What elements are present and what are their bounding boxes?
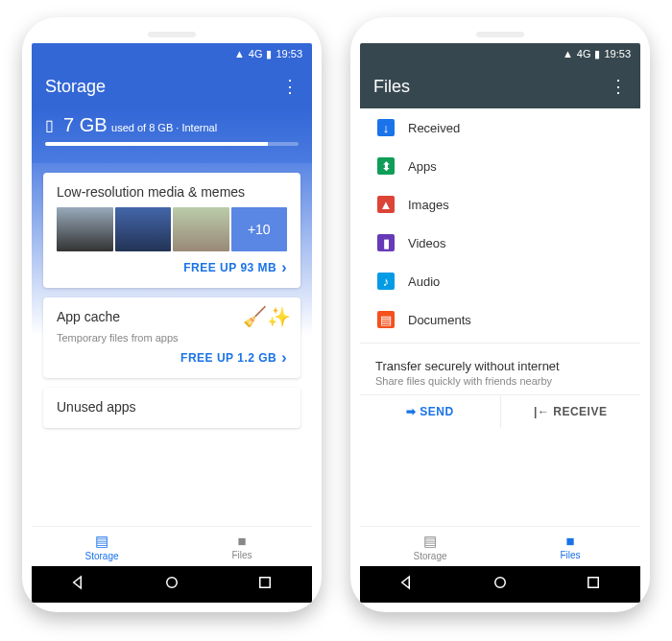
- send-button[interactable]: ➡ SEND: [360, 395, 501, 428]
- tab-files[interactable]: ■ Files: [172, 527, 312, 566]
- app-bar: Storage ⋮: [32, 64, 312, 108]
- videos-icon: ▮: [377, 234, 395, 251]
- category-audio[interactable]: ♪ Audio: [360, 262, 640, 300]
- category-apps[interactable]: ⬍ Apps: [360, 147, 640, 185]
- category-documents[interactable]: ▤ Documents: [360, 300, 640, 339]
- send-icon: ➡: [406, 405, 417, 418]
- network-label: 4G: [577, 48, 591, 59]
- app-bar: Files ⋮: [360, 64, 640, 108]
- storage-icon: ▤: [95, 533, 108, 550]
- category-label: Videos: [408, 236, 446, 250]
- clock: 19:53: [276, 48, 302, 59]
- thumbnail[interactable]: [173, 207, 229, 251]
- usage-amount: 7 GB: [63, 114, 108, 135]
- documents-icon: ▤: [377, 311, 395, 328]
- home-icon[interactable]: [492, 574, 509, 595]
- category-images[interactable]: ▲ Images: [360, 185, 640, 224]
- recents-icon[interactable]: [585, 574, 602, 595]
- phone-speaker: [148, 32, 196, 37]
- button-label: SEND: [420, 405, 453, 418]
- received-icon: ↓: [377, 119, 395, 136]
- tab-storage[interactable]: ▤ Storage: [360, 527, 500, 566]
- thumbnail[interactable]: [115, 207, 172, 251]
- cards-area[interactable]: Low-resolution media & memes +10 FREE UP…: [32, 163, 312, 526]
- phone-speaker: [476, 32, 524, 37]
- category-received[interactable]: ↓ Received: [360, 108, 640, 147]
- tab-files[interactable]: ■ Files: [500, 527, 640, 566]
- folder-icon: ■: [565, 533, 574, 549]
- back-icon[interactable]: [70, 574, 87, 595]
- phone-storage: ▲ 4G ▮ 19:53 Storage ⋮ ▯ 7 GB used of 8 …: [22, 17, 322, 612]
- recents-icon[interactable]: [256, 574, 274, 595]
- card-subtitle: Temporary files from apps: [57, 332, 287, 344]
- tab-label: Files: [231, 550, 252, 560]
- bottom-nav: ▤ Storage ■ Files: [32, 526, 312, 566]
- clock: 19:53: [604, 48, 631, 59]
- images-icon: ▲: [377, 196, 395, 213]
- category-label: Documents: [408, 313, 471, 327]
- overflow-menu-icon[interactable]: ⋮: [610, 78, 627, 95]
- card-title: Unused apps: [57, 399, 287, 415]
- overflow-menu-icon[interactable]: ⋮: [281, 78, 299, 95]
- divider: [360, 343, 640, 344]
- button-label: RECEIVE: [553, 405, 607, 418]
- cleanup-illustration-icon: 🧹✨: [243, 305, 291, 328]
- thumbnail[interactable]: [57, 207, 113, 251]
- back-icon[interactable]: [398, 574, 416, 595]
- tab-label: Storage: [84, 551, 118, 561]
- category-label: Images: [408, 198, 449, 212]
- tab-label: Files: [560, 550, 580, 560]
- transfer-title: Transfer securely without internet: [375, 359, 625, 373]
- android-nav-bar: [360, 566, 640, 603]
- phone-files: ▲ 4G ▮ 19:53 Files ⋮ ↓ Received ⬍ Apps ▲…: [350, 17, 650, 612]
- svg-point-0: [167, 578, 178, 588]
- storage-summary: ▯ 7 GB used of 8 GB · Internal: [32, 108, 312, 163]
- signal-icon: ▲: [563, 48, 573, 59]
- category-label: Audio: [408, 274, 440, 289]
- folder-icon: ■: [237, 533, 246, 549]
- receive-icon: |←: [534, 405, 549, 418]
- page-title: Files: [373, 77, 410, 97]
- battery-icon: ▮: [266, 48, 272, 60]
- card-app-cache[interactable]: App cache Temporary files from apps 🧹✨ F…: [43, 297, 300, 378]
- tab-label: Storage: [413, 551, 446, 561]
- card-title: Low-resolution media & memes: [57, 184, 287, 200]
- svg-point-2: [495, 578, 506, 588]
- tab-storage[interactable]: ▤ Storage: [32, 527, 172, 566]
- category-label: Received: [408, 121, 460, 135]
- thumbnail-row: +10: [57, 207, 287, 251]
- status-bar: ▲ 4G ▮ 19:53: [360, 43, 640, 64]
- card-unused-apps[interactable]: Unused apps: [43, 388, 300, 428]
- usage-detail: used of 8 GB · Internal: [111, 122, 217, 133]
- audio-icon: ♪: [377, 273, 395, 290]
- bottom-nav: ▤ Storage ■ Files: [360, 526, 640, 566]
- svg-rect-3: [588, 578, 599, 588]
- page-title: Storage: [45, 77, 106, 97]
- thumbnail-more[interactable]: +10: [231, 207, 288, 251]
- storage-icon: ▤: [423, 533, 437, 550]
- signal-icon: ▲: [234, 48, 245, 59]
- transfer-section: Transfer securely without internet Share…: [360, 347, 640, 394]
- transfer-subtitle: Share files quickly with friends nearby: [375, 375, 625, 387]
- category-list: ↓ Received ⬍ Apps ▲ Images ▮ Videos ♪ Au…: [360, 108, 640, 526]
- category-label: Apps: [408, 159, 437, 174]
- network-label: 4G: [249, 48, 263, 59]
- screen: ▲ 4G ▮ 19:53 Storage ⋮ ▯ 7 GB used of 8 …: [32, 43, 312, 603]
- free-up-button[interactable]: FREE UP 1.2 GB: [57, 349, 287, 367]
- svg-rect-1: [260, 578, 271, 588]
- free-up-button[interactable]: FREE UP 93 MB: [57, 259, 287, 276]
- apps-icon: ⬍: [377, 157, 395, 175]
- android-nav-bar: [32, 566, 312, 603]
- battery-icon: ▮: [594, 48, 600, 60]
- transfer-buttons: ➡ SEND |← RECEIVE: [360, 394, 640, 428]
- card-low-res-media[interactable]: Low-resolution media & memes +10 FREE UP…: [43, 173, 300, 288]
- home-icon[interactable]: [163, 574, 180, 595]
- receive-button[interactable]: |← RECEIVE: [501, 395, 641, 428]
- screen: ▲ 4G ▮ 19:53 Files ⋮ ↓ Received ⬍ Apps ▲…: [360, 43, 640, 603]
- status-bar: ▲ 4G ▮ 19:53: [32, 43, 312, 64]
- category-videos[interactable]: ▮ Videos: [360, 224, 640, 262]
- usage-bar: [45, 142, 299, 146]
- device-icon: ▯: [45, 116, 54, 134]
